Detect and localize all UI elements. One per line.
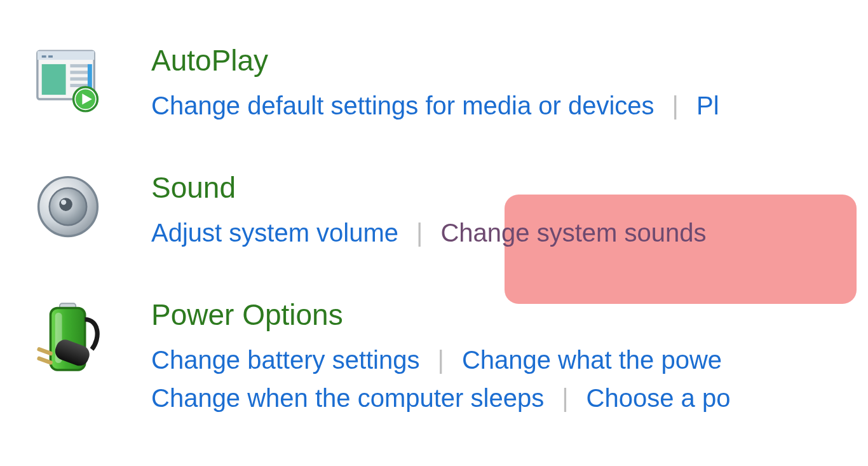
category-autoplay: AutoPlay Change default settings for med… xyxy=(33,45,868,123)
link-change-system-sounds[interactable]: Change system sounds xyxy=(440,216,706,250)
sound-icon[interactable] xyxy=(33,172,116,242)
category-sound: Sound Adjust system volume | Change syst… xyxy=(33,172,868,250)
link-change-battery-settings[interactable]: Change battery settings xyxy=(151,343,419,377)
separator: | xyxy=(437,347,444,373)
separator: | xyxy=(672,93,679,118)
category-title-autoplay[interactable]: AutoPlay xyxy=(151,45,868,77)
category-power-options: Power Options Change battery settings | … xyxy=(33,299,868,415)
link-adjust-system-volume[interactable]: Adjust system volume xyxy=(151,216,398,250)
link-choose-power-plan[interactable]: Choose a po xyxy=(587,381,731,415)
svg-rect-3 xyxy=(48,55,53,57)
svg-point-15 xyxy=(59,198,72,211)
link-change-default-media[interactable]: Change default settings for media or dev… xyxy=(151,88,654,123)
separator: | xyxy=(562,385,568,411)
link-partial-pl[interactable]: Pl xyxy=(696,88,719,123)
autoplay-icon[interactable] xyxy=(33,45,116,114)
svg-rect-7 xyxy=(70,78,90,81)
separator: | xyxy=(416,220,423,245)
svg-rect-5 xyxy=(70,64,90,67)
control-panel-fragment: AutoPlay Change default settings for med… xyxy=(0,0,868,466)
category-title-power-options[interactable]: Power Options xyxy=(151,299,868,331)
link-change-when-computer-sleeps[interactable]: Change when the computer sleeps xyxy=(151,381,544,415)
category-title-sound[interactable]: Sound xyxy=(151,172,868,204)
power-options-icon[interactable] xyxy=(33,299,116,381)
svg-point-16 xyxy=(61,200,66,205)
svg-rect-6 xyxy=(70,71,90,74)
svg-rect-4 xyxy=(42,64,66,95)
link-change-what-power-buttons[interactable]: Change what the powe xyxy=(462,343,722,377)
svg-rect-2 xyxy=(42,55,46,57)
